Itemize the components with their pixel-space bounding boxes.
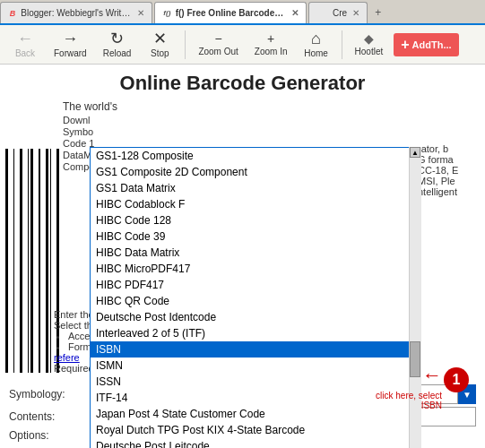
dropdown-item-gs1composite2d[interactable]: GS1 Composite 2D Component [91, 164, 420, 180]
forward-button[interactable]: → Forward [48, 29, 92, 60]
blogger-favicon: B [8, 7, 17, 20]
downl-text: Downl [63, 115, 413, 125]
new-tab-button[interactable]: + [369, 2, 386, 23]
reload-button[interactable]: ↻ Reload [98, 29, 137, 60]
dropdown-item-hibccodablock[interactable]: HIBC Codablock F [91, 196, 420, 212]
reference-link[interactable]: refere [54, 352, 80, 363]
home-label: Home [304, 48, 328, 58]
tab-blogger-close[interactable]: ✕ [137, 8, 144, 18]
barcode-favicon: f() [162, 7, 172, 20]
back-label: Back [15, 48, 35, 58]
dropdown-item-royaldutch[interactable]: Royal Dutch TPG Post KIX 4-State Barcode [91, 422, 420, 438]
zoom-in-button[interactable]: + Zoom In [249, 30, 293, 58]
back-icon: ← [17, 30, 33, 47]
dropdown-item-itf[interactable]: Interleaved 2 of 5 (ITF) [91, 325, 420, 341]
stop-button[interactable]: ✕ Stop [142, 29, 178, 60]
toolbar-separator-1 [185, 30, 186, 59]
zoom-out-button[interactable]: − Zoom Out [193, 30, 243, 58]
annotation-circle-1: 1 [444, 367, 469, 392]
tab-cre[interactable]: Cre ✕ [308, 2, 368, 23]
tab-barcode-close[interactable]: ✕ [291, 8, 299, 18]
dropdown-item-hibcmicropdf[interactable]: HIBC MicroPDF417 [91, 261, 420, 277]
toolbar-separator-2 [342, 30, 342, 59]
home-icon: ⌂ [311, 30, 321, 47]
back-button[interactable]: ← Back [7, 29, 43, 60]
annotation-arrow: ← [422, 364, 442, 387]
toolbar: ← Back → Forward ↻ Reload ✕ Stop − Zoom … [0, 25, 485, 65]
tab-blogger[interactable]: B Blogger: Webbiegrl's Writings - Crea..… [0, 2, 152, 23]
hootlet-icon: ◆ [364, 32, 374, 45]
dropdown-item-deutschepost[interactable]: Deutsche Post Identcode [91, 309, 420, 325]
dropdown-item-hibcpdf[interactable]: HIBC PDF417 [91, 277, 420, 293]
dropdown-item-hibccode39[interactable]: HIBC Code 39 [91, 228, 420, 245]
stop-label: Stop [151, 48, 169, 58]
tab-cre-label: Cre [333, 8, 347, 18]
stop-icon: ✕ [153, 30, 167, 47]
forward-icon: → [62, 30, 78, 47]
tab-blogger-label: Blogger: Webbiegrl's Writings - Crea... [21, 8, 132, 18]
page-content: Online Barcode Generator The world's Dow… [0, 65, 485, 448]
tab-barcode[interactable]: f() f() Free Online Barcode Generator ✕ [154, 2, 307, 23]
dropdown-item-gs1datamatrix[interactable]: GS1 Data Matrix [91, 180, 420, 196]
home-button[interactable]: ⌂ Home [299, 29, 334, 60]
world-text: The world's [63, 100, 117, 113]
zoom-out-label: Zoom Out [198, 47, 238, 56]
annotation-text: click here, select ISBN [370, 391, 442, 410]
page-title: Online Barcode Generator [63, 72, 422, 95]
tab-cre-close[interactable]: ✕ [352, 8, 359, 18]
dropdown-item-hibcqr[interactable]: HIBC QR Code [91, 293, 420, 309]
tab-barcode-label: f() Free Online Barcode Generator [176, 8, 286, 18]
dropdown-item-leitcode[interactable]: Deutsche Post Leitcode [91, 438, 420, 448]
tab-bar: B Blogger: Webbiegrl's Writings - Crea..… [0, 0, 485, 25]
forward-label: Forward [54, 48, 87, 58]
dropdown-item-issn[interactable]: ISSN [91, 374, 420, 390]
addthis-label: AddTh... [412, 39, 452, 50]
dropdown-item-ismn[interactable]: ISMN [91, 358, 420, 374]
scroll-thumb[interactable] [410, 341, 420, 377]
options-label: Options: [9, 429, 90, 442]
reload-icon: ↻ [110, 30, 124, 47]
dropdown-item-hibcdatamatrix[interactable]: HIBC Data Matrix [91, 245, 420, 261]
dropdown-item-isbn[interactable]: ISBN [91, 341, 420, 358]
symbo-text: Symbo [63, 126, 413, 137]
contents-label: Contents: [9, 410, 90, 423]
addthis-plus-icon: + [401, 37, 409, 53]
hootlet-button[interactable]: ◆ Hootlet [350, 30, 389, 58]
dropdown-item-gs1128[interactable]: GS1-128 Composite [91, 148, 420, 164]
dropdown-item-hibccode128[interactable]: HIBC Code 128 [91, 212, 420, 228]
addthis-button[interactable]: + AddTh... [394, 33, 458, 56]
hootlet-label: Hootlet [355, 47, 384, 56]
zoom-in-icon: + [267, 32, 274, 45]
symbology-label: Symbology: [9, 388, 90, 401]
zoom-out-icon: − [215, 32, 222, 45]
cre-favicon [316, 7, 329, 20]
reload-label: Reload [103, 48, 132, 58]
zoom-in-label: Zoom In [255, 47, 288, 56]
scroll-arrow-up[interactable]: ▲ [410, 147, 420, 158]
